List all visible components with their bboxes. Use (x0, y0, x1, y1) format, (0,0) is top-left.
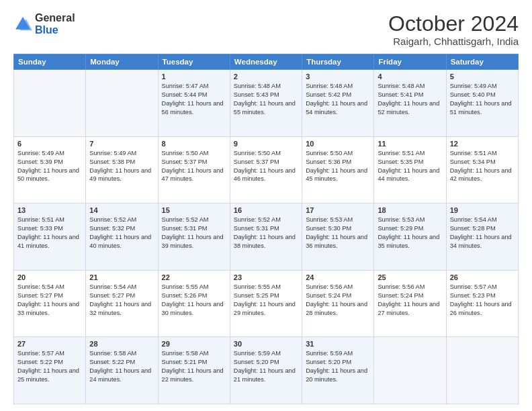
calendar-cell: 9Sunrise: 5:50 AM Sunset: 5:37 PM Daylig… (230, 136, 302, 203)
calendar-cell: 25Sunrise: 5:56 AM Sunset: 5:24 PM Dayli… (374, 270, 446, 337)
calendar-cell: 17Sunrise: 5:53 AM Sunset: 5:30 PM Dayli… (302, 203, 374, 271)
calendar-cell: 12Sunrise: 5:51 AM Sunset: 5:34 PM Dayli… (446, 136, 518, 203)
calendar-cell: 31Sunrise: 5:59 AM Sunset: 5:20 PM Dayli… (302, 337, 374, 404)
cell-info: Sunrise: 5:53 AM Sunset: 5:29 PM Dayligh… (378, 216, 442, 250)
cell-info: Sunrise: 5:50 AM Sunset: 5:37 PM Dayligh… (234, 149, 298, 184)
logo-general: General (35, 12, 75, 24)
day-number: 13 (17, 206, 82, 214)
cell-info: Sunrise: 5:48 AM Sunset: 5:43 PM Dayligh… (234, 82, 298, 117)
cell-info: Sunrise: 5:57 AM Sunset: 5:22 PM Dayligh… (17, 349, 82, 384)
calendar-cell (86, 70, 158, 137)
calendar-cell: 1Sunrise: 5:47 AM Sunset: 5:44 PM Daylig… (158, 70, 230, 137)
calendar-cell: 4Sunrise: 5:48 AM Sunset: 5:41 PM Daylig… (374, 70, 446, 137)
weekday-header: Sunday (14, 54, 86, 70)
day-number: 9 (234, 140, 298, 148)
calendar-cell: 3Sunrise: 5:48 AM Sunset: 5:42 PM Daylig… (302, 70, 374, 137)
day-number: 24 (306, 273, 370, 281)
weekday-header: Tuesday (158, 54, 230, 70)
calendar-cell: 8Sunrise: 5:50 AM Sunset: 5:37 PM Daylig… (158, 136, 230, 203)
calendar-cell: 24Sunrise: 5:56 AM Sunset: 5:24 PM Dayli… (302, 270, 374, 337)
day-number: 23 (234, 273, 298, 281)
cell-info: Sunrise: 5:52 AM Sunset: 5:31 PM Dayligh… (234, 216, 298, 250)
calendar-cell (14, 70, 86, 137)
day-number: 30 (234, 340, 298, 348)
day-number: 6 (17, 140, 82, 148)
day-number: 22 (162, 273, 226, 281)
day-number: 14 (89, 206, 154, 214)
page: General Blue October 2024 Raigarh, Chhat… (0, 0, 532, 411)
day-number: 5 (450, 73, 515, 81)
cell-info: Sunrise: 5:54 AM Sunset: 5:27 PM Dayligh… (89, 283, 154, 318)
logo-blue: Blue (35, 24, 75, 36)
calendar-cell: 27Sunrise: 5:57 AM Sunset: 5:22 PM Dayli… (14, 337, 86, 404)
cell-info: Sunrise: 5:54 AM Sunset: 5:27 PM Dayligh… (17, 283, 82, 318)
day-number: 28 (89, 340, 154, 348)
cell-info: Sunrise: 5:56 AM Sunset: 5:24 PM Dayligh… (306, 283, 370, 318)
calendar-cell: 28Sunrise: 5:58 AM Sunset: 5:22 PM Dayli… (86, 337, 158, 404)
calendar: SundayMondayTuesdayWednesdayThursdayFrid… (13, 54, 519, 404)
calendar-cell: 5Sunrise: 5:49 AM Sunset: 5:40 PM Daylig… (446, 70, 518, 137)
calendar-cell (374, 337, 446, 404)
cell-info: Sunrise: 5:57 AM Sunset: 5:23 PM Dayligh… (450, 283, 515, 318)
calendar-cell: 11Sunrise: 5:51 AM Sunset: 5:35 PM Dayli… (374, 136, 446, 203)
cell-info: Sunrise: 5:50 AM Sunset: 5:36 PM Dayligh… (306, 149, 370, 184)
location: Raigarh, Chhattisgarh, India (388, 36, 519, 47)
weekday-header: Thursday (302, 54, 374, 70)
cell-info: Sunrise: 5:49 AM Sunset: 5:40 PM Dayligh… (450, 82, 515, 117)
calendar-cell: 19Sunrise: 5:54 AM Sunset: 5:28 PM Dayli… (446, 203, 518, 271)
calendar-cell: 15Sunrise: 5:52 AM Sunset: 5:31 PM Dayli… (158, 203, 230, 271)
calendar-cell: 2Sunrise: 5:48 AM Sunset: 5:43 PM Daylig… (230, 70, 302, 137)
cell-info: Sunrise: 5:50 AM Sunset: 5:37 PM Dayligh… (162, 149, 226, 184)
header: General Blue October 2024 Raigarh, Chhat… (13, 12, 519, 47)
logo-icon (13, 15, 32, 34)
day-number: 26 (450, 273, 515, 281)
calendar-cell: 26Sunrise: 5:57 AM Sunset: 5:23 PM Dayli… (446, 270, 518, 337)
day-number: 2 (234, 73, 298, 81)
calendar-cell: 22Sunrise: 5:55 AM Sunset: 5:26 PM Dayli… (158, 270, 230, 337)
calendar-cell: 18Sunrise: 5:53 AM Sunset: 5:29 PM Dayli… (374, 203, 446, 271)
day-number: 16 (234, 206, 298, 214)
calendar-cell: 23Sunrise: 5:55 AM Sunset: 5:25 PM Dayli… (230, 270, 302, 337)
cell-info: Sunrise: 5:54 AM Sunset: 5:28 PM Dayligh… (450, 216, 515, 250)
cell-info: Sunrise: 5:49 AM Sunset: 5:39 PM Dayligh… (17, 149, 82, 184)
cell-info: Sunrise: 5:53 AM Sunset: 5:30 PM Dayligh… (306, 216, 370, 250)
day-number: 12 (450, 140, 515, 148)
calendar-cell: 20Sunrise: 5:54 AM Sunset: 5:27 PM Dayli… (14, 270, 86, 337)
cell-info: Sunrise: 5:49 AM Sunset: 5:38 PM Dayligh… (89, 149, 154, 184)
logo: General Blue (13, 12, 75, 36)
cell-info: Sunrise: 5:48 AM Sunset: 5:41 PM Dayligh… (378, 82, 442, 117)
calendar-cell: 14Sunrise: 5:52 AM Sunset: 5:32 PM Dayli… (86, 203, 158, 271)
calendar-cell: 30Sunrise: 5:59 AM Sunset: 5:20 PM Dayli… (230, 337, 302, 404)
cell-info: Sunrise: 5:55 AM Sunset: 5:26 PM Dayligh… (162, 283, 226, 318)
day-number: 29 (162, 340, 226, 348)
cell-info: Sunrise: 5:52 AM Sunset: 5:31 PM Dayligh… (162, 216, 226, 250)
calendar-cell: 6Sunrise: 5:49 AM Sunset: 5:39 PM Daylig… (14, 136, 86, 203)
calendar-cell: 13Sunrise: 5:51 AM Sunset: 5:33 PM Dayli… (14, 203, 86, 271)
day-number: 17 (306, 206, 370, 214)
cell-info: Sunrise: 5:59 AM Sunset: 5:20 PM Dayligh… (306, 349, 370, 384)
calendar-cell: 21Sunrise: 5:54 AM Sunset: 5:27 PM Dayli… (86, 270, 158, 337)
day-number: 4 (378, 73, 442, 81)
logo-text: General Blue (35, 12, 75, 36)
cell-info: Sunrise: 5:51 AM Sunset: 5:33 PM Dayligh… (17, 216, 82, 250)
day-number: 18 (378, 206, 442, 214)
day-number: 15 (162, 206, 226, 214)
cell-info: Sunrise: 5:48 AM Sunset: 5:42 PM Dayligh… (306, 82, 370, 117)
cell-info: Sunrise: 5:59 AM Sunset: 5:20 PM Dayligh… (234, 349, 298, 384)
weekday-header: Saturday (446, 54, 518, 70)
cell-info: Sunrise: 5:56 AM Sunset: 5:24 PM Dayligh… (378, 283, 442, 318)
day-number: 25 (378, 273, 442, 281)
calendar-cell: 29Sunrise: 5:58 AM Sunset: 5:21 PM Dayli… (158, 337, 230, 404)
calendar-cell: 7Sunrise: 5:49 AM Sunset: 5:38 PM Daylig… (86, 136, 158, 203)
day-number: 11 (378, 140, 442, 148)
cell-info: Sunrise: 5:51 AM Sunset: 5:35 PM Dayligh… (378, 149, 442, 184)
month-title: October 2024 (388, 12, 519, 36)
day-number: 19 (450, 206, 515, 214)
cell-info: Sunrise: 5:52 AM Sunset: 5:32 PM Dayligh… (89, 216, 154, 250)
day-number: 21 (89, 273, 154, 281)
day-number: 7 (89, 140, 154, 148)
day-number: 20 (17, 273, 82, 281)
cell-info: Sunrise: 5:51 AM Sunset: 5:34 PM Dayligh… (450, 149, 515, 184)
cell-info: Sunrise: 5:47 AM Sunset: 5:44 PM Dayligh… (162, 82, 226, 117)
title-block: October 2024 Raigarh, Chhattisgarh, Indi… (388, 12, 519, 47)
